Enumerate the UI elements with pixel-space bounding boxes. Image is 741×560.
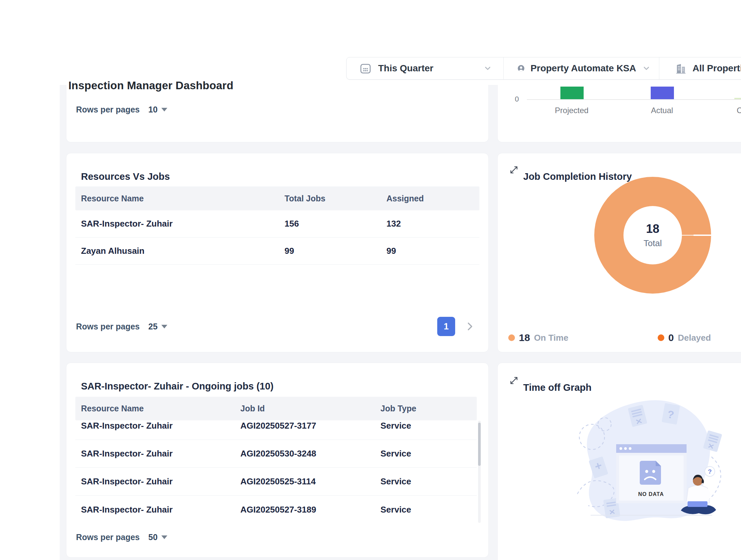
rows-per-page-select[interactable]: 10 [148,105,167,114]
user-icon [518,62,525,74]
rows-per-page-value: 50 [148,533,158,542]
card-title: Job Completion History [523,171,632,182]
legend-value: 18 [519,332,530,343]
legend-label: On Time [534,333,568,343]
x-axis-line [527,99,741,100]
card-title: Resources Vs Jobs [81,171,170,182]
cell-job-type: Service [381,476,477,487]
rows-per-page-control: Rows per pages 25 [76,321,167,332]
donut-center: 18 Total [623,206,682,264]
table-row: SAR-Inspector- Zuhair AGI20250527-3177 S… [75,420,477,440]
account-dropdown-label: Property Automate KSA [531,63,636,74]
resources-table-header: Resource Name Total Jobs Assigned [75,186,479,210]
page-1-button[interactable]: 1 [437,317,455,336]
svg-text:?: ? [708,468,712,475]
legend-value: 0 [668,332,674,343]
rows-per-page-control: Rows per pages 10 [76,104,167,115]
account-dropdown[interactable]: Property Automate KSA [503,57,659,79]
legend-item-on-time: 18 On Time [508,329,568,346]
table-row: SAR-Inspector- Zuhair AGI20250530-3248 S… [75,440,477,468]
chevron-right-icon [464,321,475,332]
on-time-dot-icon [508,334,515,341]
rows-per-page-label: Rows per pages [76,533,140,542]
period-dropdown-label: This Quarter [378,63,433,74]
column-header-job-id: Job Id [241,404,381,413]
bar-partial-category [734,98,741,99]
delayed-dot-icon [658,334,664,341]
header: Inspection Manager Dashboard This Quarte… [0,0,741,85]
cell-resource-name: SAR-Inspector- Zuhair [81,476,241,487]
completion-donut-chart: 18 Total [594,177,711,294]
properties-dropdown-label: All Properties [692,63,741,74]
cell-total-jobs: 99 [284,246,387,256]
table-scrollbar[interactable] [478,421,481,523]
card-title: SAR-Inspector- Zuhair - Ongoing jobs (10… [81,381,274,392]
cell-resource-name: SAR-Inspector- Zuhair [81,504,241,515]
card-title: Time off Graph [523,382,592,393]
no-data-label: NO DATA [638,491,664,497]
y-axis-tick: 0 [506,95,519,103]
expand-icon [509,376,519,385]
bar-label-actual: Actual [639,106,685,115]
table-row: SAR-Inspector- Zuhair AGI20250527-3189 S… [75,496,477,523]
expand-icon [509,165,519,174]
rows-per-page-value: 10 [148,105,158,114]
card-job-completion-history: Job Completion History 18 Total 18 On Ti… [497,153,741,352]
rows-per-page-select[interactable]: 25 [148,322,167,331]
next-page-button[interactable] [464,321,475,332]
period-dropdown[interactable]: This Quarter [347,57,503,79]
column-header-resource-name: Resource Name [81,194,284,204]
buildings-icon [675,62,686,74]
browser-window-icon: NO DATA [616,444,686,503]
cell-resource-name: Zayan Alhusain [81,246,284,256]
cell-job-id: AGI20250527-3177 [241,421,381,431]
card-time-off-graph: Time off Graph ? [497,363,741,560]
calendar-icon [359,62,372,74]
ongoing-table-scroll-area[interactable]: SAR-Inspector- Zuhair AGI20250527-3177 S… [75,420,477,523]
resources-table: Resource Name Total Jobs Assigned SAR-In… [75,186,479,265]
ongoing-table-header: Resource Name Job Id Job Type [75,397,477,420]
donut-total-label: Total [644,238,662,248]
screen: Rows per pages 10 0 Projected Actual C R… [0,0,741,560]
expand-button[interactable] [509,376,519,385]
caret-down-icon [161,536,167,539]
cell-job-id: AGI20250530-3248 [241,449,381,459]
cell-job-type: Service [381,504,477,515]
column-header-total-jobs: Total Jobs [284,194,387,204]
caret-down-icon [161,325,167,328]
table-row: SAR-Inspector- Zuhair AGI20250525-3114 S… [75,468,477,496]
expand-button[interactable] [509,165,519,174]
card-projected-vs-actual-chart: 0 Projected Actual C [497,85,741,142]
bar-projected [560,87,584,99]
cell-total-jobs: 156 [284,219,387,229]
card-resources-vs-jobs: Resources Vs Jobs Resource Name Total Jo… [66,153,489,352]
cell-job-type: Service [381,421,477,431]
cell-job-id: AGI20250527-3189 [241,504,381,515]
column-header-job-type: Job Type [381,404,477,413]
cell-assigned: 99 [387,246,479,256]
cell-assigned: 132 [387,219,479,229]
bar-label-truncated: C [737,106,741,115]
card-ongoing-jobs: SAR-Inspector- Zuhair - Ongoing jobs (10… [66,363,489,558]
legend-item-delayed: 0 Delayed [658,329,711,346]
table-row: SAR-Inspector- Zuhair 156 132 [75,210,479,238]
table-row: Zayan Alhusain 99 99 [75,238,479,265]
cell-resource-name: SAR-Inspector- Zuhair [81,449,241,459]
cell-job-type: Service [381,449,477,459]
cell-resource-name: SAR-Inspector- Zuhair [81,421,241,431]
rows-per-page-select[interactable]: 50 [148,533,167,542]
rows-per-page-control: Rows per pages 50 [76,532,167,543]
donut-total-value: 18 [646,222,659,236]
rows-per-page-label: Rows per pages [76,105,140,114]
rows-per-page-label: Rows per pages [76,322,140,331]
column-header-resource-name: Resource Name [81,404,241,413]
properties-dropdown[interactable]: All Properties [659,57,741,79]
page-title: Inspection Manager Dashboard [68,79,233,92]
caret-down-icon [161,108,167,111]
cell-resource-name: SAR-Inspector- Zuhair [81,219,284,229]
filter-bar: This Quarter Property Automate KSA [346,57,741,80]
legend-label: Delayed [678,333,711,343]
no-data-illustration: ? [571,394,727,531]
rows-per-page-value: 25 [148,322,158,331]
scrollbar-thumb[interactable] [478,423,481,466]
